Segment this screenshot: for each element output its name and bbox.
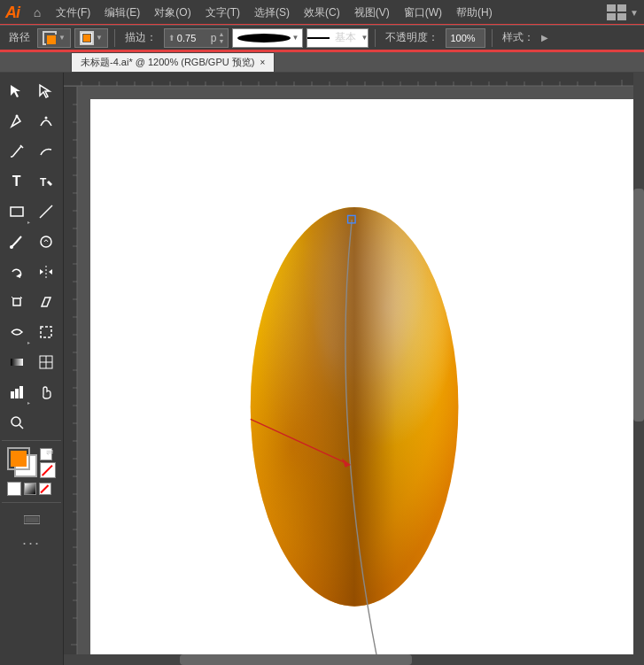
pencil-tool-btn[interactable]: [2, 136, 32, 166]
menu-effect[interactable]: 效果(C): [298, 3, 346, 23]
fill-stroke-swatch-container: [7, 447, 35, 479]
tab-close-btn[interactable]: ×: [260, 58, 265, 67]
none-btn[interactable]: [39, 483, 51, 495]
brush-preview[interactable]: ▼: [232, 28, 303, 48]
svg-rect-26: [19, 386, 23, 398]
stroke-width-input-group[interactable]: ⬆ p ▲ ▼: [164, 28, 229, 48]
menu-object[interactable]: 对象(O): [148, 3, 197, 23]
svg-marker-14: [40, 269, 43, 275]
menu-file[interactable]: 文件(F): [50, 3, 97, 23]
tools-divider: [2, 440, 61, 441]
vertical-scrollbar[interactable]: [633, 73, 644, 654]
fill-stroke-swatches: ⇌: [7, 447, 56, 479]
tool-row-8: [2, 287, 61, 317]
swatch-extras: ⇌: [40, 448, 56, 478]
svg-rect-25: [15, 389, 19, 398]
main-area: T T ▸: [0, 73, 644, 665]
stroke-line: [307, 37, 329, 39]
chevron-down-icon: ▼: [630, 8, 639, 18]
tool-row-10: [2, 347, 61, 377]
change-screen-mode-btn[interactable]: [5, 509, 58, 530]
select-tool-btn[interactable]: [2, 76, 32, 106]
document-tab[interactable]: 未标题-4.ai* @ 1200% (RGB/GPU 预览) ×: [71, 52, 275, 72]
more-tools-btn[interactable]: ···: [22, 534, 41, 553]
paintbrush-tool-btn[interactable]: [2, 227, 32, 257]
horizontal-ruler: [64, 73, 633, 87]
stroke-spinner[interactable]: ▲ ▼: [219, 31, 225, 45]
free-transform-tool-btn[interactable]: [32, 317, 62, 347]
menu-window[interactable]: 窗口(W): [398, 3, 448, 23]
scale-tool-btn[interactable]: [2, 287, 32, 317]
rotate-tool-btn[interactable]: [2, 257, 32, 287]
svg-rect-8: [11, 207, 23, 216]
tool-row-6: [2, 227, 61, 257]
touch-type-tool-btn[interactable]: T: [32, 166, 62, 197]
tab-title: 未标题-4.ai* @ 1200% (RGB/GPU 预览): [81, 56, 254, 69]
color-swatch-area: ⇌: [2, 444, 61, 499]
none-swatch[interactable]: [40, 462, 56, 478]
menu-text[interactable]: 文字(T): [199, 3, 246, 23]
fill-color-indicator: [11, 451, 27, 467]
type-tool-btn[interactable]: T: [2, 166, 32, 197]
svg-point-2: [15, 115, 18, 118]
gradient-btn[interactable]: [24, 483, 36, 495]
hscroll-thumb[interactable]: [180, 654, 412, 665]
line-tool-btn[interactable]: [32, 197, 62, 227]
tool-row-11: ▸: [2, 377, 61, 407]
svg-marker-12: [16, 274, 20, 278]
artwork-canvas: [90, 99, 635, 656]
tab-bar: 未标题-4.ai* @ 1200% (RGB/GPU 预览) ×: [0, 51, 644, 73]
pen-tool-btn[interactable]: [2, 106, 32, 136]
toolbar-separator-2: [375, 29, 376, 47]
stroke-color-btn[interactable]: ▼: [74, 28, 108, 48]
menu-view[interactable]: 视图(V): [348, 3, 396, 23]
svg-line-28: [19, 425, 23, 429]
brush-ellipse-shape: [237, 34, 291, 43]
gradient-tool-btn[interactable]: [2, 347, 32, 377]
hand-tool-btn[interactable]: [32, 377, 62, 407]
curvature-tool-btn[interactable]: [32, 106, 62, 136]
horizontal-scrollbar[interactable]: [64, 654, 644, 665]
svg-marker-1: [40, 85, 50, 97]
blob-brush-tool-btn[interactable]: [32, 227, 62, 257]
arrange-button[interactable]: ▼: [607, 4, 639, 20]
tool-row-9: ▸: [2, 317, 61, 347]
direct-select-tool-btn[interactable]: [32, 76, 62, 106]
tool-corner-indicator-3: ▸: [27, 399, 30, 406]
shear-tool-btn[interactable]: [32, 287, 62, 317]
fill-color-btn[interactable]: ▼: [37, 28, 71, 48]
menu-edit[interactable]: 编辑(E): [98, 3, 146, 23]
swap-colors-btn[interactable]: ⇌: [40, 448, 52, 460]
color-mode-btn[interactable]: [7, 482, 21, 496]
vscroll-thumb[interactable]: [633, 189, 644, 421]
warp-tool-btn[interactable]: ▸: [2, 317, 32, 347]
zoom-tool-btn[interactable]: [2, 407, 32, 437]
mango-groove: [251, 207, 459, 607]
rect-tool-btn[interactable]: ▸: [2, 197, 32, 227]
tool-row-5: ▸: [2, 197, 61, 227]
tool-row-12: [2, 407, 61, 437]
mesh-tool-btn[interactable]: [32, 347, 62, 377]
svg-point-11: [41, 236, 51, 247]
canvas-area: [64, 73, 644, 665]
snap-label: 描边：: [121, 30, 160, 45]
menu-help[interactable]: 帮助(H): [450, 3, 499, 23]
stroke-style-preview[interactable]: 基本 ▼: [306, 28, 369, 48]
chevron-down-icon: ▼: [96, 34, 103, 42]
home-btn[interactable]: ⌂: [27, 2, 48, 23]
tool-row-2: [2, 106, 61, 136]
reflect-tool-btn[interactable]: [32, 257, 62, 287]
opacity-label: 不透明度：: [382, 30, 442, 45]
vertical-ruler: [64, 87, 78, 654]
menu-select[interactable]: 选择(S): [248, 3, 296, 23]
toolbar-separator: [114, 29, 115, 47]
fill-swatch[interactable]: [7, 447, 30, 470]
svg-point-3: [45, 117, 48, 120]
chart-tool-btn[interactable]: ▸: [2, 377, 32, 407]
svg-text:T: T: [40, 176, 47, 189]
svg-line-4: [12, 146, 21, 157]
stroke-width-input[interactable]: [177, 33, 209, 43]
smooth-tool-btn[interactable]: [32, 136, 62, 166]
chevron-right-icon: ▶: [541, 33, 548, 43]
opacity-input[interactable]: [446, 28, 485, 48]
